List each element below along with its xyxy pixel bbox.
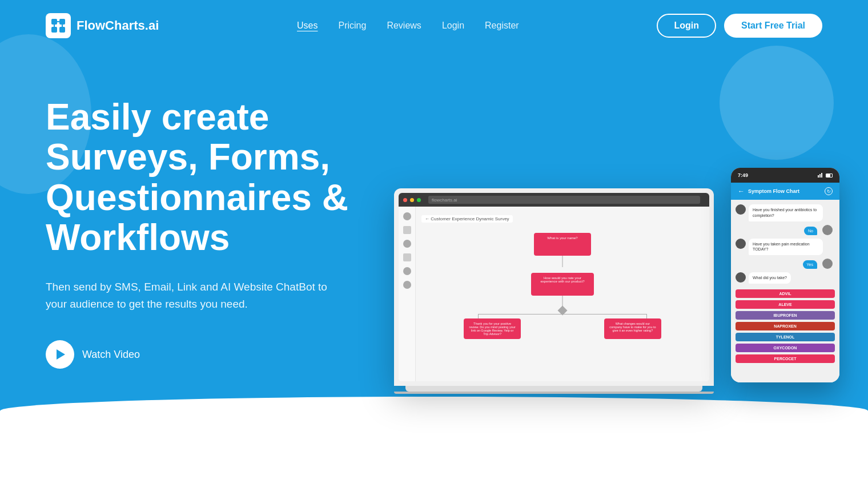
flow-node-4: What changes would our company have to m… [604,318,661,339]
mobile-status-bar: 7:49 [731,168,839,183]
user-avatar-1 [822,225,833,235]
chat-bubble-1: Have you finished your antibiotics to co… [749,204,823,221]
laptop-body: flowcharts.ai [394,188,714,386]
chat-avatar-1 [736,204,746,215]
hero-title: Easily create Surveys, Forms, Questionna… [46,97,417,258]
hero-section: Easily create Surveys, Forms, Questionna… [0,51,868,451]
svg-rect-2 [51,27,57,33]
option-advil: ADVIL [736,289,835,298]
nav-actions: Login Start Free Trial [657,14,822,38]
header: FlowCharts.ai Uses Pricing Reviews Login… [0,0,868,51]
browser-minimize-dot [410,198,414,202]
mobile-mockup: 7:49 ← Symptom Flow Chart ↻ [731,168,839,382]
option-tylenol: TYLENOL [736,333,835,341]
logo-text: FlowCharts.ai [77,18,159,33]
refresh-icon: ↻ [825,187,833,195]
nav-login-link[interactable]: Login [442,21,464,31]
browser-url-bar: flowcharts.ai [428,196,700,204]
laptop-stand [394,392,714,394]
chat-reply-yes: Yes [803,260,817,269]
chat-reply-2: Yes [736,259,833,269]
flow-header: ← Customer Experience Dynamic Survey [421,215,513,223]
hero-subtitle: Then send by SMS, Email, Link and AI Web… [46,279,343,313]
flow-area: What is your name? How would you rate yo… [421,227,704,373]
start-trial-button[interactable]: Start Free Trial [724,14,822,38]
laptop-base [405,386,702,392]
mobile-chat-body: Have you finished your antibiotics to co… [731,200,839,382]
watch-video-button[interactable]: Watch Video [46,340,140,369]
laptop-content: ← Customer Experience Dynamic Survey [399,207,709,381]
flow-node-1: What is your name? [534,233,591,256]
mobile-status-icons [818,173,833,178]
mobile-time: 7:49 [738,172,748,178]
flow-branch-right [562,314,647,314]
hero-illustration: flowcharts.ai [417,86,822,314]
logo-icon [46,13,71,38]
flow-node-2: How would you rate your experience with … [531,273,594,296]
option-oxycodon: OXYCODON [736,344,835,352]
chat-avatar-3 [736,272,746,283]
option-naproxen: NAPROXEN [736,322,835,330]
login-button[interactable]: Login [657,14,716,38]
sidebar-icon-5 [403,267,411,275]
mobile-chat-header: ← Symptom Flow Chart ↻ [731,183,839,200]
browser-close-dot [403,198,407,202]
sidebar-icon-1 [403,212,411,220]
option-aleve: ALEVE [736,300,835,309]
nav-uses[interactable]: Uses [297,21,318,31]
chat-reply-1: No [736,225,833,235]
flow-connector-1 [562,256,563,267]
signal-icon [818,173,822,178]
chat-message-3: What did you take? [736,272,835,284]
chat-options: ADVIL ALEVE IBUPROFEN NAPROXEN TYLENOL O… [736,289,835,363]
laptop-sidebar [399,207,416,381]
nav-register[interactable]: Register [485,21,519,31]
sidebar-icon-3 [403,240,411,248]
hero-content: Easily create Surveys, Forms, Questionna… [46,86,417,369]
flow-node-3: Thank you for your positive review. Do y… [464,318,521,339]
browser-maximize-dot [417,198,421,202]
laptop-main-area: ← Customer Experience Dynamic Survey [416,207,709,381]
laptop-screen: flowcharts.ai [399,193,709,381]
chat-bubble-3: What did you take? [749,272,791,284]
user-avatar-2 [822,259,833,269]
option-ibuprofen: IBUPROFEN [736,311,835,320]
flow-branch-left [478,314,562,314]
browser-url-text: flowcharts.ai [432,197,457,203]
play-icon [46,340,74,369]
chat-message-2: Have you taken pain medication TODAY? [736,239,835,256]
chat-message-1: Have you finished your antibiotics to co… [736,204,835,221]
sidebar-icon-6 [403,281,411,289]
play-triangle [57,349,65,360]
sidebar-icon-4 [403,253,411,261]
nav-pricing[interactable]: Pricing [339,21,367,31]
logo[interactable]: FlowCharts.ai [46,13,159,38]
watch-video-label: Watch Video [82,349,140,361]
chat-avatar-2 [736,239,746,249]
nav-reviews[interactable]: Reviews [387,21,421,31]
battery-icon [826,174,833,178]
main-nav: Uses Pricing Reviews Login Register [297,21,519,31]
sidebar-icon-2 [403,226,411,234]
chat-title: Symptom Flow Chart [748,188,799,194]
laptop-mockup: flowcharts.ai [394,188,714,394]
chat-bubble-2: Have you taken pain medication TODAY? [749,239,823,256]
chat-reply-no: No [804,227,817,235]
back-arrow-icon: ← [738,187,745,195]
svg-rect-3 [59,27,65,33]
browser-bar: flowcharts.ai [399,193,709,207]
option-percocet: PERCOCET [736,354,835,363]
